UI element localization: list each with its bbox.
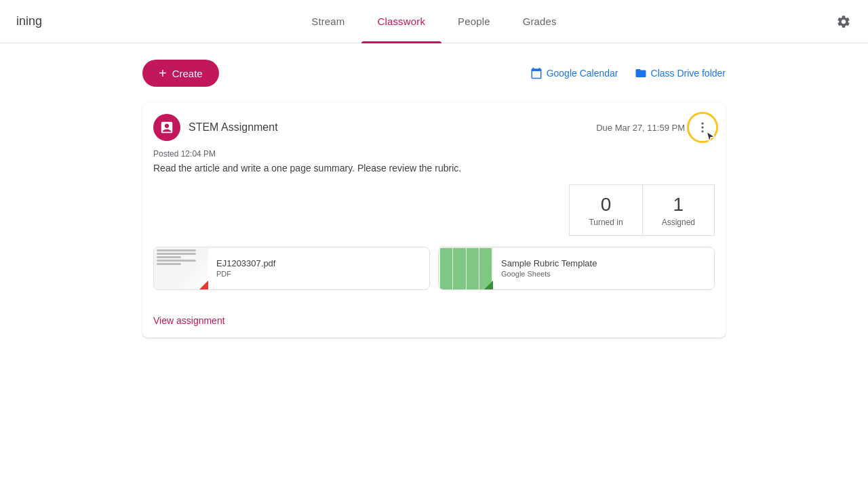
assigned-label: Assigned (662, 218, 695, 227)
turned-in-count: 0 (589, 193, 623, 216)
attachments: EJ1203307.pdf PDF (153, 247, 715, 290)
page-header: ining Stream Classwork People Grades (0, 0, 868, 43)
svg-point-0 (701, 123, 703, 125)
sheets-thumbnail (439, 247, 493, 290)
google-calendar-link[interactable]: Google Calendar (530, 67, 618, 79)
calendar-label: Google Calendar (547, 68, 618, 79)
posted-time: Posted 12:04 PM (153, 149, 715, 159)
assigned-stat: 1 Assigned (642, 184, 715, 236)
drive-folder-label: Class Drive folder (651, 68, 726, 79)
attachment-sheets[interactable]: Sample Rubric Template Google Sheets (438, 247, 715, 290)
svg-point-2 (701, 130, 703, 132)
assigned-count: 1 (662, 193, 695, 216)
class-drive-link[interactable]: Class Drive folder (635, 67, 726, 79)
create-label: Create (172, 68, 203, 79)
more-vertical-icon (696, 121, 709, 134)
page-title: ining (16, 14, 42, 28)
calendar-icon (530, 67, 542, 79)
card-body: Posted 12:04 PM Read the article and wri… (142, 149, 726, 306)
assignment-card: STEM Assignment Due Mar 27, 11:59 PM Pos… (142, 103, 726, 338)
pdf-thumbnail (154, 247, 208, 290)
view-assignment-link[interactable]: View assignment (153, 315, 225, 326)
settings-icon (836, 14, 851, 29)
due-date: Due Mar 27, 11:59 PM (596, 123, 685, 133)
view-assignment-section: View assignment (142, 306, 726, 338)
attachment-pdf[interactable]: EJ1203307.pdf PDF (153, 247, 430, 290)
plus-icon: + (159, 66, 167, 80)
toolbar: + Create Google Calendar Class Drive fol… (129, 60, 739, 87)
stats-row: 0 Turned in 1 Assigned (153, 184, 715, 236)
pdf-name: EJ1203307.pdf (216, 258, 275, 268)
turned-in-label: Turned in (589, 218, 623, 227)
sheets-info: Sample Rubric Template Google Sheets (493, 253, 605, 283)
assignment-type-icon (159, 120, 174, 135)
tab-classwork[interactable]: Classwork (361, 0, 442, 43)
nav-tabs: Stream Classwork People Grades (295, 0, 572, 43)
sheets-name: Sample Rubric Template (501, 258, 597, 268)
folder-icon (635, 67, 647, 79)
tab-people[interactable]: People (441, 0, 507, 43)
tab-grades[interactable]: Grades (507, 0, 573, 43)
turned-in-stat: 0 Turned in (569, 184, 642, 236)
sheets-type: Google Sheets (501, 270, 597, 278)
settings-button[interactable] (830, 8, 857, 35)
pdf-type: PDF (216, 270, 275, 278)
main-content: + Create Google Calendar Class Drive fol… (129, 43, 739, 354)
create-button[interactable]: + Create (142, 60, 219, 87)
assignment-description: Read the article and write a one page su… (153, 163, 715, 174)
toolbar-links: Google Calendar Class Drive folder (530, 67, 726, 79)
pdf-info: EJ1203307.pdf PDF (208, 253, 283, 283)
svg-point-1 (701, 126, 703, 128)
card-header: STEM Assignment Due Mar 27, 11:59 PM (142, 103, 726, 149)
tab-stream[interactable]: Stream (295, 0, 361, 43)
assignment-icon (153, 114, 180, 141)
assignment-title: STEM Assignment (189, 121, 596, 134)
more-options-button[interactable] (690, 115, 715, 140)
